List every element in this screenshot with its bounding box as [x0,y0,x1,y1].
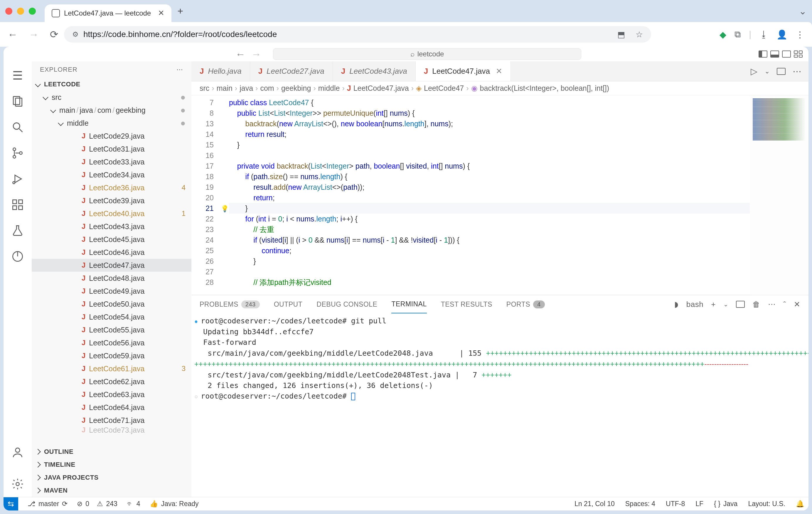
editor-tab[interactable]: JLeetCode27.java [250,61,333,81]
kill-terminal-icon[interactable]: 🗑 [752,300,760,309]
encoding[interactable]: UTF-8 [666,500,685,508]
new-tab-button[interactable]: + [177,5,183,17]
toggle-sidebar-icon[interactable] [759,51,767,58]
minimap[interactable] [750,96,809,295]
panel-more-icon[interactable]: ⋯ [768,300,776,309]
tab-output[interactable]: OUTPUT [274,295,303,314]
customize-layout-icon[interactable] [794,51,803,58]
file-item[interactable]: JLeetCode56.java [32,336,192,349]
close-panel-icon[interactable]: ✕ [794,300,801,309]
code-content[interactable]: public class LeetCode47 { public List<Li… [229,96,750,295]
nav-back-icon[interactable]: ← [8,29,18,40]
tab-close-icon[interactable]: ✕ [158,8,165,18]
extensions-activity-icon[interactable] [10,198,25,212]
timeline-section[interactable]: TIMELINE [32,458,192,471]
file-item[interactable]: JLeetCode36.java4 [32,181,192,194]
shell-indicator-icon[interactable]: ◗ [674,300,679,309]
browser-menu-icon[interactable]: ⋮ [795,29,804,39]
keyboard-layout[interactable]: Layout: U.S. [748,500,785,508]
downloads-icon[interactable]: ⭳ [759,29,768,39]
new-terminal-icon[interactable]: + [711,300,716,309]
notifications-icon[interactable]: 🔔 [796,500,804,508]
window-min-icon[interactable] [17,8,24,15]
debug-icon[interactable] [10,172,25,186]
flask-icon[interactable] [10,223,25,238]
code-editor[interactable]: 7813141516171819202122232425262728 💡 pub… [192,96,809,295]
file-item[interactable]: JLeetCode62.java [32,375,192,388]
workspace-folder[interactable]: LEETCODE [32,78,192,91]
file-item[interactable]: JLeetCode46.java [32,246,192,259]
explorer-icon[interactable] [10,94,25,108]
accounts-icon[interactable] [10,445,25,459]
tab-close-icon[interactable]: ✕ [496,67,502,76]
power-icon[interactable] [10,249,25,264]
language-mode[interactable]: { }Java [714,500,737,508]
nav-reload-icon[interactable]: ⟳ [50,28,58,40]
bookmark-star-icon[interactable]: ☆ [636,30,643,39]
file-tree[interactable]: src●main/java/com/geekbing●middle●JLeetC… [32,91,192,445]
editor-tab[interactable]: JLeetCode43.java [333,61,416,81]
split-terminal-icon[interactable] [736,301,745,308]
file-item[interactable]: JLeetCode71.java [32,414,192,427]
lightbulb-icon[interactable]: 💡 [221,205,229,212]
toggle-panel-icon[interactable] [770,51,779,58]
file-item[interactable]: JLeetCode31.java [32,142,192,155]
history-back-icon[interactable]: ← [235,49,245,60]
file-item[interactable]: JLeetCode50.java [32,298,192,310]
folder-src[interactable]: src● [32,91,192,104]
java-projects-section[interactable]: JAVA PROJECTS [32,471,192,484]
terminal-view[interactable]: ●root@codeserver:~/codes/leetcode# git p… [192,314,809,497]
file-item[interactable]: JLeetCode34.java [32,168,192,181]
folder-path[interactable]: main/java/com/geekbing● [32,104,192,117]
file-item[interactable]: JLeetCode40.java1 [32,207,192,220]
file-item[interactable]: JLeetCode48.java [32,272,192,285]
file-item[interactable]: JLeetCode73.java [32,427,192,433]
git-branch[interactable]: ⎇master⟳ [28,500,67,508]
site-tune-icon[interactable]: ⚙ [72,30,79,38]
maximize-panel-icon[interactable]: ˆ [783,300,786,309]
search-activity-icon[interactable] [10,120,25,134]
indentation[interactable]: Spaces: 4 [625,500,655,508]
tab-problems[interactable]: PROBLEMS243 [200,295,260,314]
folder-middle[interactable]: middle● [32,117,192,130]
tab-debug-console[interactable]: DEBUG CONSOLE [316,295,377,314]
run-dropdown-icon[interactable]: ⌄ [764,67,770,75]
extensions-icon[interactable]: ⧉ [734,29,741,39]
nav-forward-icon[interactable]: → [29,29,39,40]
file-item[interactable]: JLeetCode29.java [32,130,192,142]
tab-test-results[interactable]: TEST RESULTS [441,295,492,314]
file-item[interactable]: JLeetCode61.java3 [32,362,192,375]
tab-ports[interactable]: PORTS4 [506,295,545,314]
file-item[interactable]: JLeetCode54.java [32,310,192,323]
editor-tab[interactable]: JLeetCode47.java✕ [416,61,511,81]
window-max-icon[interactable] [29,8,36,15]
file-item[interactable]: JLeetCode63.java [32,388,192,401]
install-app-icon[interactable]: ⬒ [617,30,625,39]
outline-section[interactable]: OUTLINE [32,445,192,458]
maven-section[interactable]: MAVEN [32,484,192,497]
command-search-input[interactable]: ⌕ leetcode [273,48,581,60]
source-control-icon[interactable] [10,146,25,160]
breadcrumbs[interactable]: src› main› java› com› geekbing› middle› … [192,81,809,96]
java-status[interactable]: 👍Java: Ready [150,500,199,508]
file-item[interactable]: JLeetCode39.java [32,194,192,207]
eol[interactable]: LF [695,500,703,508]
split-editor-icon[interactable] [777,68,786,75]
cursor-position[interactable]: Ln 21, Col 10 [575,500,615,508]
shield-icon[interactable]: ◆ [720,29,726,39]
file-item[interactable]: JLeetCode59.java [32,349,192,362]
settings-gear-icon[interactable] [10,477,25,491]
profile-avatar-icon[interactable]: 👤 [777,29,787,39]
file-item[interactable]: JLeetCode55.java [32,323,192,336]
terminal-dropdown-icon[interactable]: ⌄ [723,301,729,308]
file-item[interactable]: JLeetCode33.java [32,155,192,168]
explorer-more-icon[interactable]: ⋯ [176,66,183,74]
history-forward-icon[interactable]: → [251,49,261,60]
ports-status[interactable]: ᯤ4 [127,500,140,508]
file-item[interactable]: JLeetCode43.java [32,220,192,233]
file-item[interactable]: JLeetCode47.java [32,259,192,272]
browser-tab[interactable]: LetCode47.java — leetcode ✕ [45,4,171,22]
remote-indicator[interactable]: ⇆ [3,497,18,511]
editor-more-icon[interactable]: ⋯ [793,66,802,76]
window-close-icon[interactable] [5,8,12,15]
